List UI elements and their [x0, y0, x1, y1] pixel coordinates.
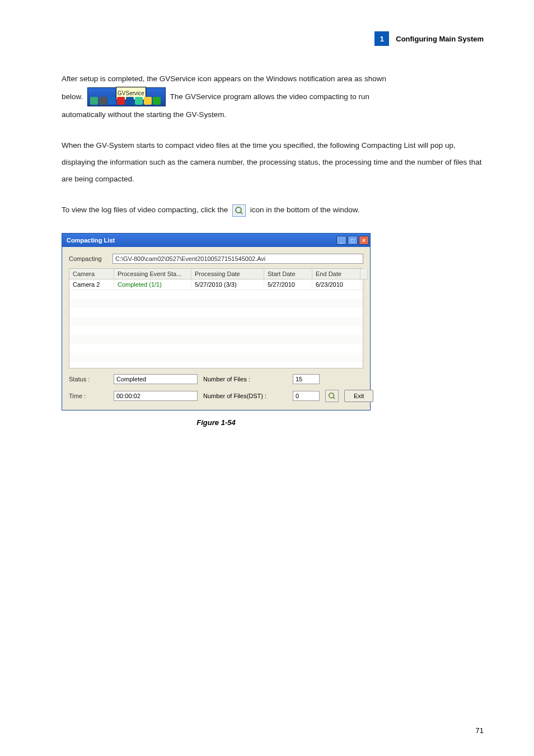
- text-line: To view the log files of video compactin…: [62, 202, 484, 218]
- text-fragment: The GVService program allows the video c…: [170, 92, 369, 100]
- number-of-files-dst-label: Number of Files(DST) :: [203, 393, 287, 399]
- text-fragment: To view the log files of video compactin…: [62, 206, 230, 214]
- systray-icon: [135, 97, 143, 105]
- svg-line-1: [240, 212, 242, 214]
- cell-end: 6/23/2010: [312, 279, 360, 290]
- col-end[interactable]: End Date: [312, 269, 360, 279]
- cell-start: 5/27/2010: [264, 279, 312, 290]
- systray-icon: [126, 97, 134, 105]
- chapter-title: Configuring Main System: [396, 35, 484, 43]
- time-value: 00:00:02: [114, 391, 198, 401]
- table-row[interactable]: Camera 2 Completed (1/1) 5/27/2010 (3/3)…: [69, 279, 363, 290]
- exit-button[interactable]: Exit: [344, 390, 373, 402]
- view-log-button[interactable]: [325, 390, 339, 402]
- text-line: automatically without the starting the G…: [62, 106, 484, 123]
- cell-spacer: [360, 279, 368, 290]
- cell-status: Completed (1/1): [114, 279, 191, 290]
- paragraph-1: After setup is completed, the GVService …: [62, 71, 484, 123]
- text-fragment: below.: [62, 92, 83, 100]
- number-of-files-dst-value: 0: [293, 391, 320, 401]
- systray-icon: [90, 97, 98, 105]
- svg-line-3: [333, 397, 335, 399]
- cell-date: 5/27/2010 (3/3): [191, 279, 264, 290]
- paragraph-3: To view the log files of video compactin…: [62, 202, 484, 218]
- compacting-row: Compacting C:\GV-800\cam02\0527\Event201…: [69, 254, 363, 264]
- col-status[interactable]: Processing Event Sta...: [114, 269, 191, 279]
- close-icon[interactable]: ×: [359, 236, 369, 245]
- time-label: Time :: [69, 393, 108, 399]
- text-line: When the GV-System starts to compact vid…: [62, 137, 484, 187]
- minimize-icon[interactable]: _: [336, 236, 346, 245]
- col-start[interactable]: Start Date: [264, 269, 312, 279]
- paragraph-2: When the GV-System starts to compact vid…: [62, 137, 484, 187]
- col-spacer: [360, 269, 368, 279]
- systray-screenshot: GVService: [87, 87, 166, 106]
- status-label: Status :: [69, 376, 108, 382]
- compacting-path-field: C:\GV-800\cam02\0527\Event20100527151545…: [113, 254, 363, 264]
- systray-icon: [99, 97, 107, 105]
- compacting-table: Camera Processing Event Sta... Processin…: [69, 268, 363, 368]
- dialog-title: Compacting List: [67, 237, 115, 244]
- text-fragment: icon in the bottom of the window.: [250, 206, 360, 214]
- dialog-titlebar: Compacting List _ □ ×: [62, 234, 370, 247]
- compacting-label: Compacting: [69, 255, 107, 262]
- chapter-badge: 1: [374, 31, 389, 46]
- log-file-icon: [232, 204, 246, 217]
- systray-icon: [153, 97, 161, 105]
- page-header: 1 Configuring Main System: [62, 31, 484, 46]
- systray-icons: [90, 97, 161, 105]
- log-file-icon: [328, 392, 336, 400]
- systray-icon: [108, 97, 116, 105]
- table-empty-rows: [69, 290, 363, 368]
- table-header: Camera Processing Event Sta... Processin…: [69, 269, 363, 279]
- number-of-files-value: 15: [293, 374, 320, 384]
- text-line: After setup is completed, the GVService …: [62, 71, 484, 87]
- page-number: 71: [476, 726, 484, 735]
- status-value: Completed: [114, 374, 198, 384]
- compacting-list-dialog: Compacting List _ □ × Compacting C:\GV-8…: [62, 233, 371, 410]
- maximize-icon[interactable]: □: [348, 236, 358, 245]
- text-line: below. GVService The GVService progra: [62, 87, 484, 106]
- cell-camera: Camera 2: [69, 279, 114, 290]
- col-camera[interactable]: Camera: [69, 269, 114, 279]
- col-date[interactable]: Processing Date: [191, 269, 264, 279]
- number-of-files-label: Number of Files :: [203, 376, 287, 382]
- figure-caption: Figure 1-54: [62, 418, 371, 427]
- systray-icon: [144, 97, 152, 105]
- systray-icon: [117, 97, 125, 105]
